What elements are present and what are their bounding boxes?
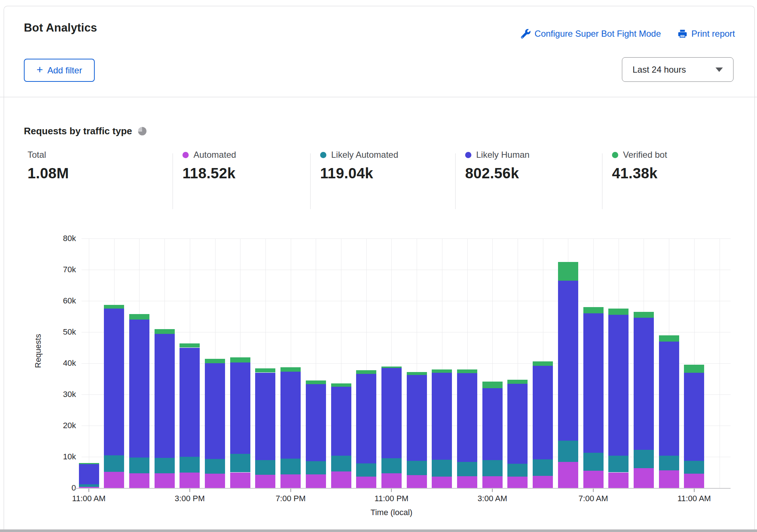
- bar-segment-automated[interactable]: [205, 474, 225, 488]
- bar-segment-verified-bot[interactable]: [356, 370, 376, 374]
- bar-segment-likely-automated[interactable]: [230, 454, 250, 472]
- bar-segment-verified-bot[interactable]: [280, 367, 301, 372]
- bar-segment-automated[interactable]: [659, 470, 679, 488]
- bar-segment-likely-human[interactable]: [407, 375, 427, 461]
- bar-segment-likely-human[interactable]: [482, 388, 503, 460]
- bar-segment-verified-bot[interactable]: [180, 343, 200, 348]
- bar-segment-automated[interactable]: [432, 477, 452, 488]
- bar-segment-likely-human[interactable]: [155, 334, 175, 458]
- bar-segment-likely-human[interactable]: [432, 373, 452, 460]
- bar-segment-likely-automated[interactable]: [255, 460, 275, 475]
- bar-segment-likely-automated[interactable]: [280, 459, 301, 474]
- bar-segment-likely-automated[interactable]: [583, 453, 604, 471]
- bar-segment-likely-automated[interactable]: [104, 455, 124, 472]
- bar-segment-likely-automated[interactable]: [331, 456, 351, 471]
- bar-segment-verified-bot[interactable]: [558, 262, 578, 281]
- time-range-select[interactable]: Last 24 hours: [622, 57, 734, 82]
- bar-segment-likely-automated[interactable]: [432, 460, 452, 477]
- bar-segment-automated[interactable]: [306, 474, 326, 488]
- bar-segment-automated[interactable]: [180, 473, 200, 488]
- bar-segment-verified-bot[interactable]: [659, 335, 679, 342]
- bar-segment-likely-human[interactable]: [457, 373, 477, 462]
- bar-segment-likely-automated[interactable]: [79, 484, 99, 487]
- bar-segment-automated[interactable]: [608, 473, 629, 488]
- bar-segment-automated[interactable]: [634, 468, 654, 488]
- bar-segment-likely-automated[interactable]: [482, 460, 503, 476]
- bar-segment-verified-bot[interactable]: [583, 307, 604, 313]
- bar-segment-likely-automated[interactable]: [306, 461, 326, 475]
- bar-segment-likely-human[interactable]: [306, 384, 326, 461]
- bar-segment-automated[interactable]: [457, 476, 477, 488]
- bar-segment-verified-bot[interactable]: [407, 372, 427, 375]
- bar-segment-verified-bot[interactable]: [457, 369, 477, 373]
- bar-segment-likely-automated[interactable]: [684, 461, 704, 474]
- bar-segment-verified-bot[interactable]: [507, 380, 528, 384]
- bar-segment-automated[interactable]: [407, 475, 427, 488]
- bar-segment-automated[interactable]: [381, 473, 402, 488]
- bar-segment-likely-automated[interactable]: [634, 450, 654, 468]
- bar-segment-automated[interactable]: [79, 487, 99, 488]
- bar-segment-verified-bot[interactable]: [331, 383, 351, 387]
- bar-segment-likely-automated[interactable]: [356, 463, 376, 477]
- bar-segment-likely-automated[interactable]: [407, 461, 427, 475]
- bar-segment-likely-human[interactable]: [608, 315, 629, 455]
- bar-segment-automated[interactable]: [104, 472, 124, 488]
- bar-segment-likely-human[interactable]: [356, 374, 376, 463]
- bar-segment-likely-automated[interactable]: [659, 456, 679, 471]
- bar-segment-automated[interactable]: [583, 471, 604, 488]
- bar-segment-automated[interactable]: [684, 474, 704, 488]
- bar-segment-automated[interactable]: [230, 473, 250, 488]
- bar-segment-verified-bot[interactable]: [608, 309, 629, 315]
- bar-segment-likely-human[interactable]: [255, 373, 275, 460]
- bar-segment-verified-bot[interactable]: [634, 312, 654, 318]
- bar-segment-likely-automated[interactable]: [155, 458, 175, 473]
- bar-segment-automated[interactable]: [255, 475, 275, 488]
- bar-segment-likely-human[interactable]: [79, 464, 99, 484]
- bar-segment-likely-human[interactable]: [558, 281, 578, 441]
- bar-segment-verified-bot[interactable]: [104, 305, 124, 309]
- bar-segment-automated[interactable]: [280, 474, 301, 488]
- bar-segment-likely-human[interactable]: [180, 348, 200, 457]
- bar-segment-verified-bot[interactable]: [129, 314, 149, 320]
- bar-segment-likely-human[interactable]: [230, 362, 250, 454]
- bar-segment-verified-bot[interactable]: [482, 382, 503, 388]
- bar-segment-likely-human[interactable]: [129, 320, 149, 458]
- bar-segment-verified-bot[interactable]: [79, 463, 99, 464]
- bar-segment-likely-human[interactable]: [659, 342, 679, 456]
- bar-segment-likely-automated[interactable]: [608, 456, 629, 473]
- bar-segment-likely-automated[interactable]: [381, 458, 402, 473]
- bar-segment-likely-human[interactable]: [381, 368, 402, 459]
- bar-segment-likely-automated[interactable]: [457, 462, 477, 476]
- bar-segment-likely-human[interactable]: [533, 366, 553, 459]
- bar-segment-likely-human[interactable]: [583, 313, 604, 453]
- print-report-link[interactable]: Print report: [678, 29, 735, 39]
- bar-segment-automated[interactable]: [155, 473, 175, 488]
- bar-segment-likely-human[interactable]: [331, 387, 351, 456]
- bar-segment-verified-bot[interactable]: [381, 367, 402, 368]
- bar-segment-likely-automated[interactable]: [180, 457, 200, 473]
- bar-segment-likely-human[interactable]: [507, 384, 528, 464]
- configure-super-bot-fight-mode-link[interactable]: Configure Super Bot Fight Mode: [521, 29, 661, 39]
- bar-segment-likely-human[interactable]: [634, 318, 654, 450]
- bar-segment-verified-bot[interactable]: [255, 368, 275, 373]
- bar-segment-automated[interactable]: [129, 473, 149, 488]
- bar-segment-automated[interactable]: [558, 462, 578, 488]
- bar-segment-likely-automated[interactable]: [129, 458, 149, 473]
- add-filter-button[interactable]: + Add filter: [24, 59, 95, 82]
- bar-segment-likely-automated[interactable]: [205, 459, 225, 474]
- bar-segment-verified-bot[interactable]: [533, 361, 553, 366]
- bar-segment-verified-bot[interactable]: [230, 357, 250, 362]
- bar-segment-likely-human[interactable]: [205, 363, 225, 459]
- bar-segment-likely-automated[interactable]: [507, 464, 528, 477]
- bar-segment-automated[interactable]: [507, 477, 528, 488]
- bar-segment-automated[interactable]: [533, 476, 553, 488]
- bar-segment-likely-human[interactable]: [104, 309, 124, 455]
- bar-segment-verified-bot[interactable]: [155, 329, 175, 334]
- bar-segment-verified-bot[interactable]: [306, 380, 326, 384]
- bar-segment-verified-bot[interactable]: [205, 359, 225, 363]
- bar-segment-likely-automated[interactable]: [533, 459, 553, 476]
- bar-segment-likely-human[interactable]: [684, 373, 704, 461]
- bar-segment-likely-automated[interactable]: [558, 441, 578, 462]
- bar-segment-automated[interactable]: [482, 476, 503, 488]
- bar-segment-likely-human[interactable]: [280, 372, 301, 459]
